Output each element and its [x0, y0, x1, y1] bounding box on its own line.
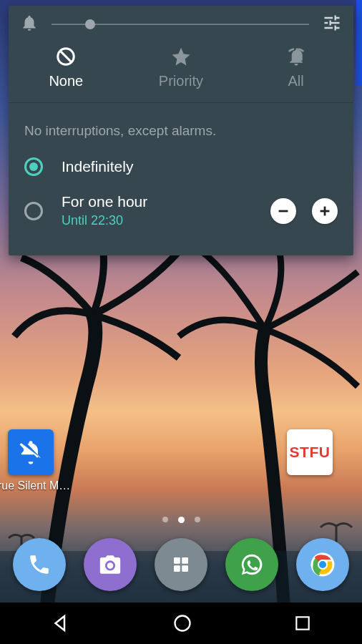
radio-indefinitely[interactable]	[24, 157, 43, 176]
svg-point-13	[175, 616, 190, 631]
apps-icon	[170, 554, 192, 575]
dock-chrome[interactable]	[296, 538, 349, 591]
svg-rect-8	[174, 565, 180, 572]
svg-rect-9	[182, 565, 188, 572]
page-dot[interactable]	[195, 517, 200, 522]
page-dot-active[interactable]	[178, 517, 185, 523]
svg-rect-14	[296, 617, 308, 629]
option-indefinitely-label: Indefinitely	[62, 158, 133, 175]
dock	[0, 538, 362, 591]
dnd-panel: None Priority All No interruptions, exce…	[9, 6, 353, 255]
svg-rect-7	[182, 557, 188, 564]
dock-whatsapp[interactable]	[225, 538, 278, 591]
phone-icon	[27, 552, 52, 577]
tab-none-label: None	[49, 73, 83, 89]
tab-priority[interactable]: Priority	[124, 46, 238, 89]
chrome-icon	[310, 552, 336, 577]
app-true-silent-label: True Silent M…	[0, 479, 70, 492]
dnd-subtitle: No interruptions, except alarms.	[9, 103, 353, 145]
tab-priority-label: Priority	[159, 73, 203, 89]
svg-rect-3	[279, 210, 288, 212]
dock-phone[interactable]	[13, 538, 66, 591]
dock-apps[interactable]	[155, 538, 207, 591]
nav-recent-icon[interactable]	[293, 614, 312, 633]
right-edge-accent	[356, 0, 362, 86]
home-icon-row: True Silent M… STFU	[0, 429, 362, 492]
svg-rect-5	[324, 206, 326, 215]
radio-one-hour[interactable]	[24, 202, 43, 220]
svg-rect-6	[174, 557, 180, 564]
page-indicator	[0, 517, 362, 523]
increase-duration-button[interactable]	[312, 198, 338, 224]
app-stfu[interactable]: STFU	[285, 429, 335, 475]
decrease-duration-button[interactable]	[270, 198, 296, 224]
page-dot[interactable]	[162, 517, 168, 522]
dock-camera[interactable]	[84, 538, 137, 591]
option-indefinitely[interactable]: Indefinitely	[9, 145, 353, 189]
stfu-text: STFU	[290, 444, 331, 461]
panel-top-row	[9, 6, 353, 39]
tune-icon[interactable]	[322, 13, 342, 36]
stfu-tile: STFU	[287, 429, 333, 475]
option-one-hour-until: Until 22:30	[62, 213, 147, 228]
bell-icon	[20, 14, 39, 35]
nav-home-icon[interactable]	[172, 613, 192, 633]
camera-icon	[98, 552, 122, 577]
volume-slider[interactable]	[52, 14, 309, 34]
app-true-silent[interactable]: True Silent M…	[6, 429, 56, 492]
tab-all-label: All	[288, 73, 304, 89]
whatsapp-icon	[240, 552, 264, 577]
option-one-hour[interactable]: For one hour Until 22:30	[9, 189, 353, 241]
option-one-hour-label: For one hour	[62, 193, 147, 210]
interruption-tabs: None Priority All	[9, 39, 353, 102]
bell-off-icon	[8, 429, 54, 475]
nav-back-icon[interactable]	[50, 613, 72, 634]
tab-none[interactable]: None	[9, 46, 123, 89]
svg-line-2	[60, 51, 72, 62]
android-navbar	[0, 602, 362, 644]
tab-all[interactable]: All	[239, 46, 353, 89]
